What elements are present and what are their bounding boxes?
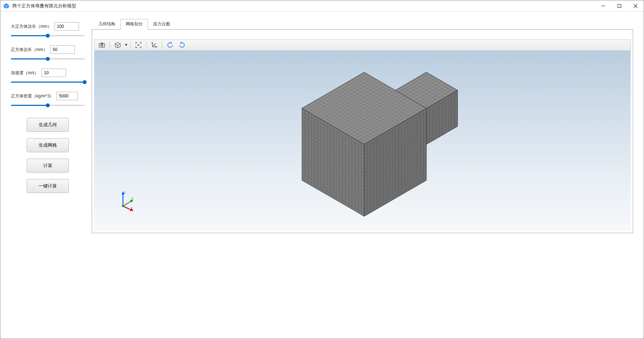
svg-marker-11 [125, 44, 128, 46]
svg-point-39 [122, 205, 124, 207]
one-click-compute-button[interactable]: 一键计算 [27, 179, 69, 193]
param-label: 正方体边长（mm） [11, 47, 47, 53]
minimize-button[interactable] [595, 0, 611, 11]
axis-toggle-icon[interactable]: z y x [149, 40, 160, 50]
orientation-triad: z y x [116, 190, 137, 211]
big-edge-input[interactable] [54, 22, 79, 31]
fit-view-icon[interactable] [133, 40, 144, 50]
camera-icon[interactable] [97, 40, 107, 50]
axis-x-label: x [131, 206, 132, 210]
3d-viewport[interactable]: z y x [94, 51, 631, 231]
accel-slider[interactable] [11, 80, 85, 85]
small-edge-slider[interactable] [11, 57, 85, 62]
axis-z-label: z [124, 191, 125, 194]
viewport-frame: z y x [92, 29, 633, 233]
param-accel: 加速度（m/s） [11, 69, 85, 85]
mesh-model [94, 51, 631, 231]
accel-input[interactable] [41, 69, 66, 77]
toolbar-separator [162, 41, 162, 49]
compute-button[interactable]: 计算 [27, 159, 69, 173]
tab-mesh[interactable]: 网格划分 [121, 19, 148, 30]
window-title: 两个正方体堆叠有限元分析模型 [12, 3, 76, 9]
density-slider[interactable] [11, 103, 85, 108]
sidebar: 大正方体边长（mm） 正方体边长（mm） 加速度（m/s） [11, 19, 85, 332]
generate-mesh-button[interactable]: 生成网格 [27, 138, 69, 152]
viewport-toolbar: z y x [94, 39, 631, 51]
titlebar: 两个正方体堆叠有限元分析模型 [0, 0, 644, 12]
param-label: 正方体密度（kg/m^3） [11, 93, 54, 99]
tab-bar: 几何结构 网格划分 应力云图 [93, 19, 633, 29]
svg-point-8 [102, 45, 102, 46]
rotate-ccw-icon[interactable] [165, 40, 175, 50]
cube-view-dropdown[interactable] [124, 40, 128, 50]
app-window: 两个正方体堆叠有限元分析模型 大正方体边长（mm） [0, 0, 644, 339]
param-label: 大正方体边长（mm） [11, 24, 52, 30]
param-label: 加速度（m/s） [11, 70, 39, 76]
density-input[interactable] [57, 92, 78, 100]
param-density: 正方体密度（kg/m^3） [11, 92, 85, 108]
axis-y-label: y [131, 196, 133, 200]
param-small-edge: 正方体边长（mm） [11, 45, 85, 62]
tab-geometry[interactable]: 几何结构 [93, 19, 121, 30]
svg-text:y: y [155, 42, 156, 44]
big-edge-slider[interactable] [11, 33, 85, 38]
main-panel: 几何结构 网格划分 应力云图 [92, 19, 633, 332]
generate-geometry-button[interactable]: 生成几何 [27, 118, 69, 132]
svg-line-35 [123, 201, 132, 206]
action-buttons: 生成几何 生成网格 计算 一键计算 [11, 118, 85, 193]
svg-rect-3 [618, 4, 621, 7]
toolbar-separator [146, 41, 147, 49]
content-area: 大正方体边长（mm） 正方体边长（mm） 加速度（m/s） [0, 12, 644, 339]
rotate-cw-icon[interactable] [177, 40, 187, 50]
cube-view-icon[interactable] [112, 40, 123, 50]
small-edge-input[interactable] [50, 45, 75, 54]
toolbar-separator [130, 41, 131, 49]
maximize-button[interactable] [611, 0, 627, 11]
app-icon [3, 3, 9, 9]
close-button[interactable] [627, 0, 644, 11]
window-controls [595, 0, 644, 11]
svg-text:x: x [156, 46, 157, 48]
toolbar-separator [110, 41, 110, 49]
tab-contour[interactable]: 应力云图 [148, 19, 175, 30]
viewport-wrap: z y x [94, 39, 631, 231]
param-big-edge: 大正方体边长（mm） [11, 22, 85, 38]
